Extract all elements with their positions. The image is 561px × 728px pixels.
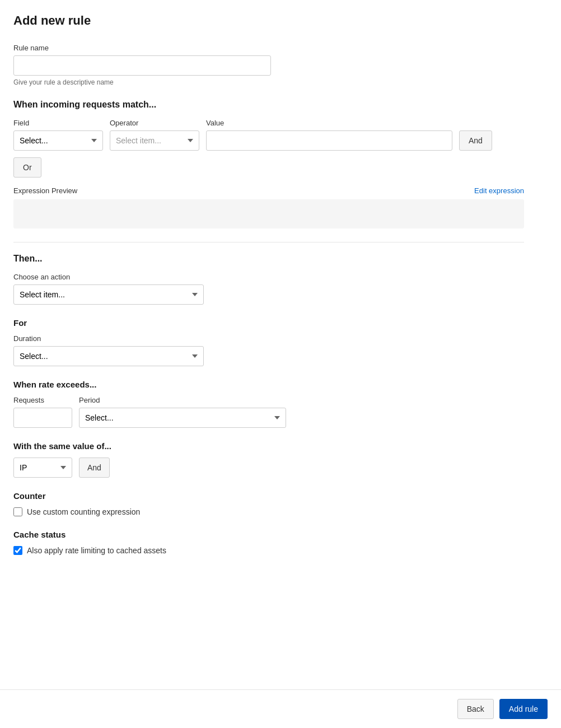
add-rule-button[interactable]: Add rule	[499, 699, 548, 719]
when-section-heading: When incoming requests match...	[13, 100, 524, 110]
period-select[interactable]: Select...	[79, 408, 286, 428]
page-title: Add new rule	[13, 13, 524, 28]
custom-counting-checkbox[interactable]	[13, 507, 22, 516]
ip-select[interactable]: IP	[13, 458, 72, 478]
back-button[interactable]: Back	[457, 699, 494, 719]
operator-select[interactable]: Select item...	[110, 130, 199, 151]
edit-expression-link[interactable]: Edit expression	[474, 186, 524, 195]
duration-select[interactable]: Select...	[13, 346, 204, 366]
action-select[interactable]: Select item...	[13, 284, 204, 305]
expression-preview-label: Expression Preview	[13, 186, 77, 195]
for-section-heading: For	[13, 318, 524, 328]
field-select[interactable]: Select...	[13, 130, 103, 151]
cache-status-heading: Cache status	[13, 530, 524, 539]
expression-preview-box	[13, 199, 524, 228]
field-label: Field	[13, 119, 103, 127]
same-value-and-button[interactable]: And	[79, 458, 110, 478]
action-label: Choose an action	[13, 273, 524, 281]
cache-status-checkbox[interactable]	[13, 546, 22, 555]
rule-name-label: Rule name	[13, 44, 524, 52]
value-label: Value	[206, 119, 452, 127]
bottom-bar: Back Add rule	[0, 689, 561, 728]
counter-heading: Counter	[13, 491, 524, 501]
period-label: Period	[79, 396, 286, 404]
duration-label: Duration	[13, 334, 524, 343]
and-button[interactable]: And	[459, 130, 492, 151]
operator-label: Operator	[110, 119, 199, 127]
requests-input[interactable]	[13, 408, 72, 428]
rate-section-heading: When rate exceeds...	[13, 380, 524, 389]
custom-counting-label[interactable]: Use custom counting expression	[27, 507, 140, 516]
same-value-heading: With the same value of...	[13, 441, 524, 451]
requests-label: Requests	[13, 396, 72, 404]
rule-name-input[interactable]	[13, 55, 271, 76]
then-section-heading: Then...	[13, 254, 524, 264]
value-input[interactable]	[206, 130, 452, 151]
cache-status-label[interactable]: Also apply rate limiting to cached asset…	[27, 546, 166, 555]
rule-name-hint: Give your rule a descriptive name	[13, 78, 524, 86]
or-button[interactable]: Or	[13, 157, 41, 178]
